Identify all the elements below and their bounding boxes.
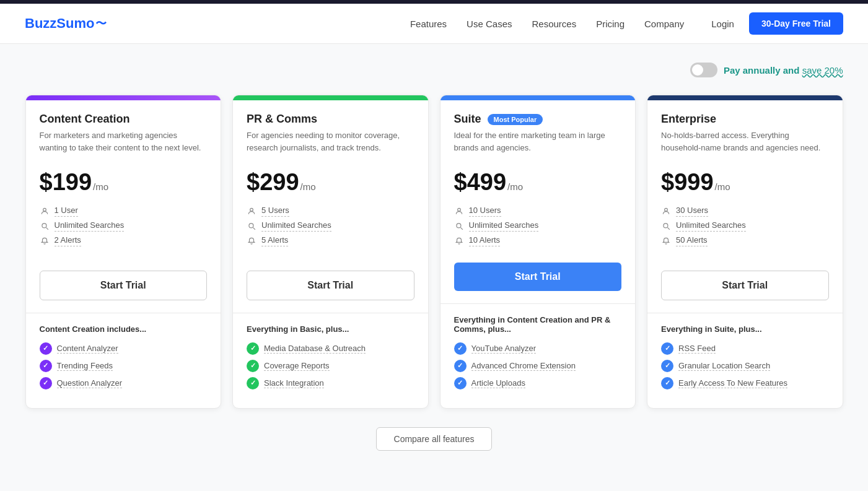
search-icon [40,221,50,231]
feature-item: 10 Users [454,206,622,217]
includes-item: ✓ Media Database & Outreach [247,342,414,355]
feature-text: Unlimited Searches [469,220,539,232]
plan-body: Content Creation For marketers and marke… [26,100,221,313]
plan-card-pr-comms: PR & Comms For agencies needing to monit… [232,95,429,409]
includes-item-text: Content Analyzer [57,344,118,354]
check-icon: ✓ [247,342,259,355]
feature-text: Unlimited Searches [261,220,331,232]
free-trial-button[interactable]: 30-Day Free Trial [749,12,843,35]
plan-includes: Everything in Suite, plus... ✓ RSS Feed … [647,313,843,408]
bell-icon [40,236,50,246]
feature-text: 1 User [55,206,78,217]
check-icon: ✓ [661,377,673,389]
includes-item: ✓ Slack Integration [247,377,414,389]
includes-item-text: Advanced Chrome Extension [471,361,576,371]
includes-item: ✓ Trending Feeds [40,360,208,372]
nav-pricing[interactable]: Pricing [596,19,625,29]
feature-text: 50 Alerts [676,235,708,246]
plan-features-list: 10 Users Unlimited Searches 10 Alerts [454,206,622,250]
includes-item-text: Early Access To New Features [678,378,787,388]
plan-price: $499 /mo [454,169,622,196]
check-icon: ✓ [247,377,259,389]
plan-includes: Everything in Basic, plus... ✓ Media Dat… [233,313,428,408]
nav-features[interactable]: Features [410,19,447,29]
plan-title: PR & Comms [247,113,414,126]
start-trial-button[interactable]: Start Trial [247,271,414,300]
includes-item: ✓ Article Uploads [454,377,622,389]
check-icon: ✓ [40,377,52,389]
feature-item: Unlimited Searches [40,220,208,232]
bell-icon [247,236,256,246]
includes-item: ✓ Question Analyzer [40,377,208,389]
plan-includes: Content Creation includes... ✓ Content A… [26,313,221,408]
price-period: /mo [300,181,316,192]
feature-item: Unlimited Searches [247,220,414,232]
includes-title: Content Creation includes... [40,324,208,334]
feature-item: 30 Users [661,206,829,217]
feature-text: 30 Users [676,206,708,217]
search-icon [247,221,256,231]
user-icon [661,206,671,216]
most-popular-badge: Most Popular [488,114,543,125]
includes-item-text: Media Database & Outreach [264,344,366,354]
includes-title: Everything in Suite, plus... [661,324,829,334]
plan-body: Suite Most Popular Ideal for the entire … [441,100,636,303]
check-icon: ✓ [40,360,52,372]
includes-item: ✓ YouTube Analyzer [454,342,622,355]
plan-body: Enterprise No-holds-barred access. Every… [647,100,843,313]
plan-features-list: 1 User Unlimited Searches 2 Alerts [40,206,208,250]
svg-point-1 [42,224,46,228]
compare-section: Compare all features [25,427,843,451]
svg-line-11 [668,227,670,229]
feature-text: Unlimited Searches [676,220,746,232]
includes-item-text: RSS Feed [678,344,716,354]
compare-button[interactable]: Compare all features [376,427,493,451]
nav-company[interactable]: Company [644,19,684,29]
check-icon: ✓ [454,360,467,372]
user-icon [454,206,464,216]
plan-header-bar [26,95,221,100]
price-amount: $199 [40,169,92,196]
plan-header-bar [441,95,636,100]
plan-desc: For agencies needing to monitor coverage… [247,129,414,159]
check-icon: ✓ [454,377,467,389]
feature-text: 5 Users [261,206,289,217]
start-trial-button[interactable]: Start Trial [661,271,829,300]
includes-item: ✓ Early Access To New Features [661,377,829,389]
login-button[interactable]: Login [704,14,742,34]
nav-resources[interactable]: Resources [532,19,576,29]
plan-includes: Everything in Content Creation and PR & … [441,303,636,408]
feature-text: 10 Alerts [469,235,501,246]
logo[interactable]: BuzzSumo 〜 [25,15,107,32]
feature-item: 50 Alerts [661,235,829,246]
search-icon [454,221,464,231]
plan-features-list: 5 Users Unlimited Searches 5 Alerts [247,206,414,250]
includes-list: ✓ Content Analyzer ✓ Trending Feeds ✓ Qu… [40,342,208,389]
start-trial-button[interactable]: Start Trial [40,271,208,300]
plan-card-content-creation: Content Creation For marketers and marke… [25,95,222,409]
includes-item-text: Question Analyzer [57,378,123,388]
svg-point-3 [250,208,253,211]
start-trial-button[interactable]: Start Trial [454,263,622,291]
price-amount: $499 [454,169,507,196]
includes-item: ✓ RSS Feed [661,342,829,355]
includes-item: ✓ Content Analyzer [40,342,208,355]
includes-item: ✓ Advanced Chrome Extension [454,360,622,372]
includes-item-text: Coverage Reports [264,361,330,371]
check-icon: ✓ [454,342,467,355]
price-period: /mo [715,181,730,192]
price-amount: $999 [661,169,714,196]
annual-toggle-switch[interactable] [690,63,717,77]
includes-list: ✓ YouTube Analyzer ✓ Advanced Chrome Ext… [454,342,622,389]
price-amount: $299 [247,169,299,196]
svg-point-10 [664,224,668,228]
logo-text: BuzzSumo [25,15,94,32]
includes-item-text: YouTube Analyzer [471,344,537,354]
plan-header-bar [647,95,843,100]
feature-item: Unlimited Searches [661,220,829,232]
feature-item: 5 Alerts [247,235,414,246]
check-icon: ✓ [661,360,673,372]
annual-toggle-section: Pay annually and save 20% [25,63,843,77]
plan-price: $299 /mo [247,169,414,196]
nav-use-cases[interactable]: Use Cases [467,19,512,29]
